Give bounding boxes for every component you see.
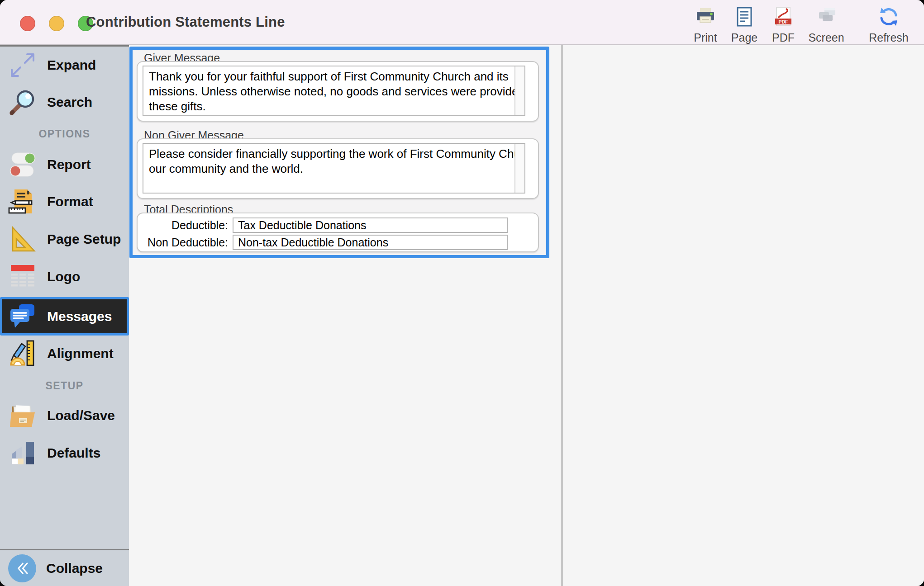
logo-placeholder-icon [8, 262, 37, 291]
page-button[interactable]: Page [725, 6, 764, 44]
sidebar-item-messages[interactable]: Messages [0, 297, 129, 336]
non-giver-message-field: Please consider financially supporting t… [143, 143, 525, 194]
app-window: Contribution Statements Line Print [0, 0, 924, 586]
sidebar-item-logo[interactable]: Logo [0, 261, 129, 293]
pdf-button[interactable]: PDF PDF [764, 6, 803, 44]
open-folder-icon [8, 401, 37, 430]
main-content: Giver Message Thank you for your faithfu… [129, 45, 924, 586]
deductible-row: Deductible: [141, 217, 534, 233]
window-title: Contribution Statements Line [86, 0, 285, 44]
collapse-label: Collapse [46, 561, 103, 576]
sidebar-item-report[interactable]: Report [0, 149, 129, 180]
giver-message-textarea[interactable]: Thank you for your faithful support of F… [143, 66, 524, 115]
set-square-icon [8, 225, 37, 254]
non-deductible-label: Non Deductible: [141, 236, 228, 249]
sidebar-collapse-button[interactable]: Collapse [0, 549, 129, 586]
toggles-icon [8, 150, 37, 179]
pencil-ruler-protractor-icon [8, 339, 37, 368]
sidebar-item-label: Expand [47, 57, 96, 73]
printer-icon [695, 6, 716, 29]
non-giver-message-textarea[interactable]: Please consider financially supporting t… [143, 144, 524, 193]
refresh-icon [878, 6, 900, 29]
blocks-icon [8, 439, 37, 468]
screen-button[interactable]: Screen [803, 6, 850, 44]
non-giver-message-groupbox: Please consider financially supporting t… [137, 138, 539, 199]
search-icon [8, 88, 37, 117]
giver-message-scrollbar[interactable] [514, 66, 524, 115]
sidebar-item-label: Page Setup [47, 232, 121, 247]
sidebar-section-setup: SETUP [0, 380, 129, 392]
svg-text:PDF: PDF [779, 19, 789, 24]
report-preview-pane [562, 45, 924, 586]
title-bar: Contribution Statements Line Print [0, 0, 924, 45]
sidebar-item-format[interactable]: Format [0, 186, 129, 217]
page-label: Page [731, 31, 757, 44]
giver-message-field: Thank you for your faithful support of F… [143, 66, 525, 116]
sidebar-item-label: Search [47, 95, 92, 110]
non-deductible-row: Non Deductible: [141, 235, 534, 250]
traffic-lights [20, 16, 93, 31]
minimize-window-button[interactable] [49, 16, 64, 31]
sidebar-item-label: Format [47, 194, 93, 209]
screen-label: Screen [808, 31, 844, 44]
refresh-button[interactable]: Refresh [865, 6, 912, 44]
non-deductible-input[interactable] [233, 235, 508, 250]
chat-bubbles-icon [8, 302, 37, 331]
sidebar-item-label: Alignment [47, 346, 114, 361]
print-button[interactable]: Print [686, 6, 725, 44]
sidebar: Expand Search OPTIONS [0, 45, 129, 586]
messages-settings-panel: Giver Message Thank you for your faithfu… [129, 47, 549, 258]
deductible-label: Deductible: [141, 219, 228, 232]
sidebar-item-alignment[interactable]: Alignment [0, 338, 129, 369]
print-label: Print [694, 31, 717, 44]
giver-message-groupbox: Thank you for your faithful support of F… [137, 61, 539, 122]
page-icon [733, 6, 755, 29]
close-window-button[interactable] [20, 16, 35, 31]
sidebar-item-label: Defaults [47, 445, 100, 461]
sidebar-item-search[interactable]: Search [0, 86, 129, 118]
refresh-label: Refresh [869, 31, 909, 44]
screen-icon [815, 6, 837, 29]
sidebar-section-options: OPTIONS [0, 128, 129, 140]
sidebar-item-label: Logo [47, 269, 80, 284]
sidebar-item-label: Messages [47, 309, 112, 324]
pdf-icon: PDF [772, 6, 794, 29]
toolbar: Print Page [686, 0, 912, 47]
document-pencil-ruler-icon [8, 187, 37, 216]
expand-icon [8, 51, 37, 80]
sidebar-item-label: Load/Save [47, 408, 115, 423]
sidebar-item-label: Report [47, 157, 91, 172]
double-chevron-left-icon [8, 554, 36, 582]
deductible-input[interactable] [233, 217, 508, 233]
pdf-label: PDF [772, 31, 795, 44]
non-giver-message-scrollbar[interactable] [514, 144, 524, 193]
sidebar-item-load-save[interactable]: Load/Save [0, 400, 129, 431]
sidebar-item-page-setup[interactable]: Page Setup [0, 223, 129, 255]
sidebar-item-defaults[interactable]: Defaults [0, 437, 129, 469]
total-descriptions-groupbox: Deductible: Non Deductible: [137, 213, 539, 252]
sidebar-item-expand[interactable]: Expand [0, 49, 129, 81]
